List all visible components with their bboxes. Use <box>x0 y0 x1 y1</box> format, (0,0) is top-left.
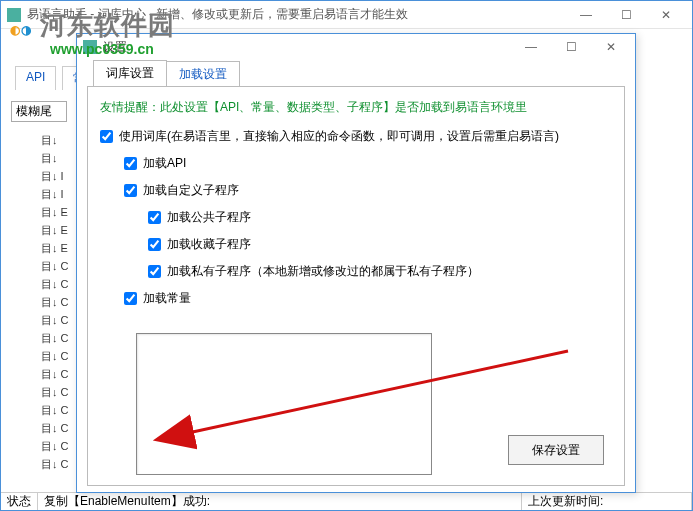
list-item[interactable]: 目↓ <box>41 149 71 167</box>
dialog-minimize-button[interactable]: — <box>511 35 551 59</box>
checkbox-public[interactable]: 加载公共子程序 <box>148 209 612 226</box>
const-listbox[interactable] <box>136 333 432 475</box>
list-item[interactable]: 目↓ I <box>41 185 71 203</box>
checkbox-const-label: 加载常量 <box>143 290 191 307</box>
tab-api[interactable]: API <box>15 66 56 90</box>
list-item[interactable]: 目↓ C <box>41 365 71 383</box>
list-item[interactable]: 目↓ C <box>41 401 71 419</box>
dialog-maximize-button[interactable]: ☐ <box>551 35 591 59</box>
hint-text: 友情提醒：此处设置【API、常量、数据类型、子程序】是否加载到易语言环境里 <box>100 99 612 116</box>
list-item[interactable]: 目↓ C <box>41 275 71 293</box>
list-item[interactable]: 目↓ C <box>41 455 71 473</box>
checkbox-use-lib[interactable]: 使用词库(在易语言里，直接输入相应的命令函数，即可调用，设置后需重启易语言) <box>100 128 612 145</box>
checkbox-private-label: 加载私有子程序（本地新增或修改过的都属于私有子程序） <box>167 263 479 280</box>
side-list: 目↓目↓目↓ I目↓ I目↓ E目↓ E目↓ E目↓ C目↓ C目↓ C目↓ C… <box>41 131 71 508</box>
checkbox-fav[interactable]: 加载收藏子程序 <box>148 236 612 253</box>
checkbox-load-sub-label: 加载自定义子程序 <box>143 182 239 199</box>
checkbox-load-api-input[interactable] <box>124 157 137 170</box>
list-item[interactable]: 目↓ E <box>41 221 71 239</box>
list-item[interactable]: 目↓ C <box>41 383 71 401</box>
list-item[interactable]: 目↓ C <box>41 311 71 329</box>
list-item[interactable]: 目↓ C <box>41 347 71 365</box>
settings-panel: 友情提醒：此处设置【API、常量、数据类型、子程序】是否加载到易语言环境里 使用… <box>87 86 625 486</box>
minimize-button[interactable]: — <box>566 3 606 27</box>
list-item[interactable]: 目↓ E <box>41 203 71 221</box>
checkbox-fav-input[interactable] <box>148 238 161 251</box>
list-item[interactable]: 目↓ C <box>41 329 71 347</box>
dialog-title: 设置 <box>103 39 511 56</box>
checkbox-use-lib-input[interactable] <box>100 130 113 143</box>
list-item[interactable]: 目↓ C <box>41 437 71 455</box>
app-icon <box>7 8 21 22</box>
status-label: 状态 <box>1 493 38 510</box>
checkbox-private[interactable]: 加载私有子程序（本地新增或修改过的都属于私有子程序） <box>148 263 612 280</box>
checkbox-load-api-label: 加载API <box>143 155 186 172</box>
hint-prefix: 友情提醒： <box>100 100 160 114</box>
dialog-icon <box>83 40 97 54</box>
maximize-button[interactable]: ☐ <box>606 3 646 27</box>
close-button[interactable]: ✕ <box>646 3 686 27</box>
checkbox-load-api[interactable]: 加载API <box>124 155 612 172</box>
list-item[interactable]: 目↓ E <box>41 239 71 257</box>
mode-select[interactable]: 模糊尾 <box>11 101 67 122</box>
hint-body: 此处设置【API、常量、数据类型、子程序】是否加载到易语言环境里 <box>160 100 527 114</box>
list-item[interactable]: 目↓ C <box>41 419 71 437</box>
tab-lib-settings[interactable]: 词库设置 <box>93 60 167 86</box>
save-button[interactable]: 保存设置 <box>508 435 604 465</box>
dialog-close-button[interactable]: ✕ <box>591 35 631 59</box>
mode-value: 模糊尾 <box>16 104 52 118</box>
checkbox-public-label: 加载公共子程序 <box>167 209 251 226</box>
checkbox-load-sub-input[interactable] <box>124 184 137 197</box>
settings-dialog: 设置 — ☐ ✕ 词库设置 加载设置 友情提醒：此处设置【API、常量、数据类型… <box>76 33 636 493</box>
dialog-titlebar: 设置 — ☐ ✕ <box>77 34 635 60</box>
checkbox-private-input[interactable] <box>148 265 161 278</box>
list-item[interactable]: 目↓ I <box>41 167 71 185</box>
list-item[interactable]: 目↓ C <box>41 293 71 311</box>
list-item[interactable]: 目↓ C <box>41 257 71 275</box>
checkbox-const[interactable]: 加载常量 <box>124 290 612 307</box>
main-titlebar: 易语言助手 - 词库中心 - 新增、修改或更新后，需要重启易语言才能生效 — ☐… <box>1 1 692 29</box>
list-item[interactable]: 目↓ <box>41 131 71 149</box>
main-title: 易语言助手 - 词库中心 - 新增、修改或更新后，需要重启易语言才能生效 <box>27 6 566 23</box>
tab-load-settings[interactable]: 加载设置 <box>166 61 240 87</box>
checkbox-fav-label: 加载收藏子程序 <box>167 236 251 253</box>
checkbox-use-lib-label: 使用词库(在易语言里，直接输入相应的命令函数，即可调用，设置后需重启易语言) <box>119 128 559 145</box>
checkbox-const-input[interactable] <box>124 292 137 305</box>
checkbox-load-sub[interactable]: 加载自定义子程序 <box>124 182 612 199</box>
checkbox-public-input[interactable] <box>148 211 161 224</box>
